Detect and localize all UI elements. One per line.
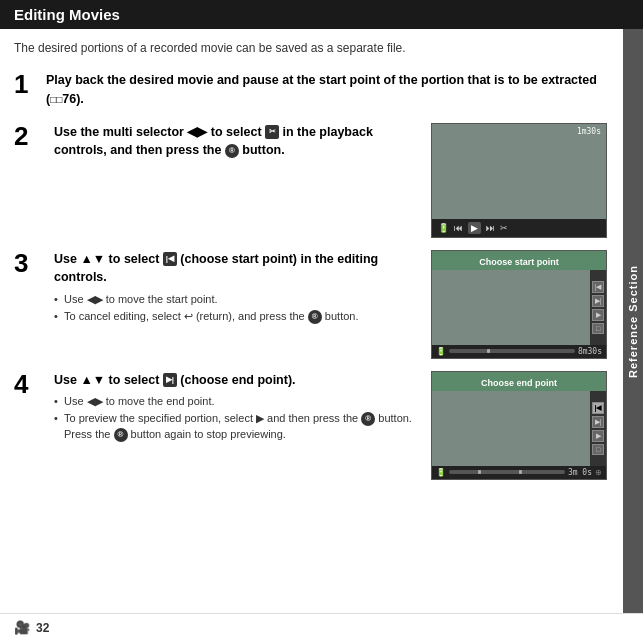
label-3: Choose start point bbox=[479, 257, 559, 267]
ctrl-icon-rewind: ⏮ bbox=[454, 223, 463, 233]
title-bar: Editing Movies bbox=[0, 0, 643, 29]
step-2-main-text: Use the multi selector ◀▶ to select ✂ in… bbox=[54, 123, 423, 161]
step-4-image: Choose end point |◀ ▶| ▶ □ bbox=[431, 371, 611, 480]
side-ctrl-startmark4: |◀ bbox=[592, 402, 604, 414]
ok-icon-3: ® bbox=[308, 310, 322, 324]
step-2-row: 2 Use the multi selector ◀▶ to select ✂ … bbox=[14, 123, 611, 238]
label-4: Choose end point bbox=[481, 378, 557, 388]
step-3-image: Choose start point |◀ ▶| ▶ □ bbox=[431, 250, 611, 359]
step-1-row: 1 Play back the desired movie and pause … bbox=[14, 71, 611, 113]
side-reference-tab: Reference Section bbox=[623, 29, 643, 613]
side-ctrl-startmark: |◀ bbox=[592, 281, 604, 293]
main-column: The desired portions of a recorded movie… bbox=[0, 29, 623, 613]
start-point-icon: |◀ bbox=[163, 252, 177, 266]
step-3-bullet-2: To cancel editing, select ↩ (return), an… bbox=[54, 308, 423, 325]
bottom-time-4: 3m 0s bbox=[568, 468, 592, 477]
ctrl-icon-scissors: ✂ bbox=[500, 223, 508, 233]
intro-text: The desired portions of a recorded movie… bbox=[14, 39, 611, 57]
side-ctrl-play4: ▶ bbox=[592, 430, 604, 442]
bottom-time-3: 8m30s bbox=[578, 347, 602, 356]
step-4-bullets: Use ◀▶ to move the end point. To preview… bbox=[54, 393, 423, 443]
timecode-2: 1m30s bbox=[577, 127, 601, 136]
edit-icon: ✂ bbox=[265, 125, 279, 139]
step-3-content: Use ▲▼ to select |◀ (choose start point)… bbox=[54, 250, 423, 325]
step-4-row: 4 Use ▲▼ to select ▶| (choose end point)… bbox=[14, 371, 611, 480]
side-ctrl-save4: □ bbox=[592, 444, 604, 455]
footer-page-number: 32 bbox=[36, 621, 49, 635]
timeline-icon-4: 🔋 bbox=[436, 468, 446, 477]
ctrl-icon-battery: 🔋 bbox=[438, 223, 449, 233]
end-point-icon: ▶| bbox=[163, 373, 177, 387]
footer-camera-icon: 🎥 bbox=[14, 620, 30, 635]
side-ctrl-play2: ▶ bbox=[592, 309, 604, 321]
ok-icon-4b: ® bbox=[114, 428, 128, 442]
step-4-number: 4 bbox=[14, 371, 36, 397]
side-ctrl-endmark4: ▶| bbox=[592, 416, 604, 428]
step-4-bullet-1: Use ◀▶ to move the end point. bbox=[54, 393, 423, 410]
side-tab-label: Reference Section bbox=[627, 265, 639, 378]
step-4-content: Use ▲▼ to select ▶| (choose end point). … bbox=[54, 371, 423, 443]
step-2-content: Use the multi selector ◀▶ to select ✂ in… bbox=[54, 123, 423, 165]
step-3-row: 3 Use ▲▼ to select |◀ (choose start poin… bbox=[14, 250, 611, 359]
side-ctrl-endmark: ▶| bbox=[592, 295, 604, 307]
step-3-main-text: Use ▲▼ to select |◀ (choose start point)… bbox=[54, 250, 423, 288]
step-4-main-text: Use ▲▼ to select ▶| (choose end point). bbox=[54, 371, 423, 390]
side-ctrl-save: □ bbox=[592, 323, 604, 334]
step-2-image: 1m30s 🔋 ⏮ ▶ ⏭ ✂ bbox=[431, 123, 611, 238]
footer: 🎥 32 bbox=[0, 613, 643, 641]
ok-icon-4a: ® bbox=[361, 412, 375, 426]
step-3-bullet-1: Use ◀▶ to move the start point. bbox=[54, 291, 423, 308]
end-icon-4: ⊕ bbox=[595, 468, 602, 477]
step-1-main-text: Play back the desired movie and pause at… bbox=[46, 71, 611, 109]
step-3-bullets: Use ◀▶ to move the start point. To cance… bbox=[54, 291, 423, 324]
timeline-icon-3: 🔋 bbox=[436, 347, 446, 356]
step-2-number: 2 bbox=[14, 123, 36, 149]
step-1-number: 1 bbox=[14, 71, 36, 97]
ctrl-icon-play: ▶ bbox=[468, 222, 481, 234]
content-area: The desired portions of a recorded movie… bbox=[0, 29, 643, 613]
ok-button-icon: ® bbox=[225, 144, 239, 158]
page-container: Editing Movies The desired portions of a… bbox=[0, 0, 643, 641]
page-title: Editing Movies bbox=[14, 6, 120, 23]
ctrl-icon-ff: ⏭ bbox=[486, 223, 495, 233]
step-1-content: Play back the desired movie and pause at… bbox=[46, 71, 611, 113]
step-4-bullet-2: To preview the specified portion, select… bbox=[54, 410, 423, 443]
step-3-number: 3 bbox=[14, 250, 36, 276]
